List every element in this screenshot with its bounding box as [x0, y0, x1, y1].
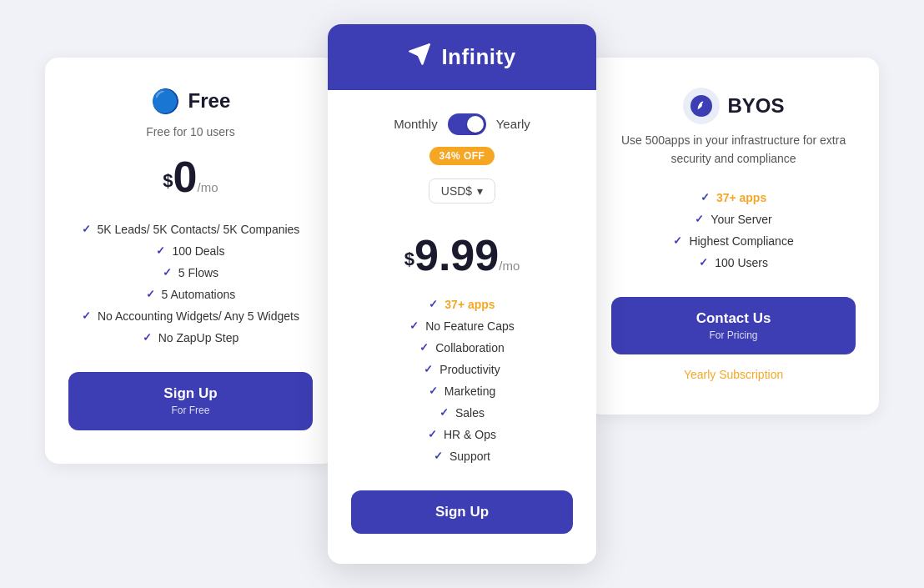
free-plan-name: Free [188, 89, 231, 113]
infinity-card: Infinity Monthly Yearly 34% OFF USD$ ▾ $… [328, 24, 596, 564]
check-icon: ✓ [429, 298, 438, 310]
infinity-header: Infinity [328, 24, 596, 90]
check-icon: ✓ [673, 234, 682, 247]
check-icon: ✓ [439, 406, 449, 419]
list-item: ✓100 Deals [68, 240, 313, 262]
list-item: ✓Highest Compliance [611, 230, 856, 252]
yearly-subscription-link[interactable]: Yearly Subscription [611, 368, 856, 381]
infinity-price-amount: 9.99 [414, 231, 499, 279]
free-dollar-sign: $ [163, 169, 173, 190]
free-card: 🔵 Free Free for 10 users $0/mo ✓5K Leads… [45, 58, 336, 464]
list-item: ✓Collaboration [351, 337, 573, 359]
check-icon: ✓ [429, 384, 438, 397]
yearly-label: Yearly [496, 117, 530, 131]
free-cta-sub: For Free [82, 405, 299, 416]
check-icon: ✓ [82, 309, 91, 322]
check-icon: ✓ [419, 341, 429, 354]
free-plan-icon-area: 🔵 Free [68, 88, 313, 115]
toggle-knob [467, 116, 484, 133]
byos-feature-list: ✓37+ apps ✓Your Server ✓Highest Complian… [611, 187, 856, 274]
free-price: $0/mo [68, 155, 313, 199]
check-icon: ✓ [424, 363, 433, 375]
list-item: ✓5 Automations [68, 284, 313, 305]
currency-area: USD$ ▾ [351, 178, 573, 220]
check-icon: ✓ [163, 266, 172, 279]
free-subtitle: Free for 10 users [68, 125, 313, 138]
billing-toggle[interactable] [448, 113, 486, 135]
check-icon: ✓ [701, 191, 710, 204]
list-item: ✓Support [351, 445, 573, 467]
infinity-feature-list: ✓37+ apps ✓No Feature Caps ✓Collaboratio… [351, 294, 573, 467]
list-item: ✓100 Users [611, 252, 856, 274]
free-signup-button[interactable]: Sign Up For Free [68, 372, 313, 430]
list-item: ✓Sales [351, 402, 573, 424]
byos-plan-icon-area: BYOS [611, 88, 856, 124]
infinity-dollar-sign: $ [404, 248, 414, 269]
list-item: ✓No Feature Caps [351, 315, 573, 337]
free-price-period: /mo [198, 180, 218, 194]
billing-toggle-row: Monthly Yearly [351, 113, 573, 135]
byos-contact-button[interactable]: Contact Us For Pricing [611, 297, 856, 355]
pricing-container: 🔵 Free Free for 10 users $0/mo ✓5K Leads… [45, 24, 879, 564]
list-item: ✓37+ apps [611, 187, 856, 209]
free-price-amount: 0 [173, 153, 198, 201]
check-icon: ✓ [409, 319, 419, 332]
check-icon: ✓ [146, 288, 155, 300]
list-item: ✓37+ apps [351, 294, 573, 315]
byos-cta-label: Contact Us [696, 310, 771, 326]
free-feature-list: ✓5K Leads/ 5K Contacts/ 5K Companies ✓10… [68, 219, 313, 349]
free-cta-label: Sign Up [163, 385, 217, 401]
svg-point-1 [701, 103, 704, 105]
check-icon: ✓ [434, 450, 443, 462]
infinity-body: Monthly Yearly 34% OFF USD$ ▾ $9.99/mo ✓… [328, 90, 596, 564]
list-item: ✓No Accounting Widgets/ Any 5 Widgets [68, 305, 313, 327]
check-icon: ✓ [82, 223, 91, 235]
list-item: ✓Productivity [351, 359, 573, 380]
check-icon: ✓ [143, 331, 152, 344]
discount-badge: 34% OFF [429, 147, 495, 165]
check-icon: ✓ [428, 428, 437, 440]
list-item: ✓5K Leads/ 5K Contacts/ 5K Companies [68, 219, 313, 240]
infinity-cta-label: Sign Up [435, 504, 489, 520]
infinity-price-period: /mo [499, 259, 520, 273]
list-item: ✓HR & Ops [351, 424, 573, 445]
discount-area: 34% OFF [351, 147, 573, 178]
byos-cta-sub: For Pricing [625, 329, 842, 341]
byos-description: Use 500apps in your infrastructure for e… [611, 131, 856, 168]
free-icon: 🔵 [151, 88, 180, 115]
monthly-label: Monthly [394, 117, 438, 131]
currency-selector[interactable]: USD$ ▾ [429, 178, 495, 204]
byos-card: BYOS Use 500apps in your infrastructure … [588, 58, 879, 415]
check-icon: ✓ [156, 244, 165, 257]
byos-plan-name: BYOS [728, 94, 785, 118]
list-item: ✓5 Flows [68, 262, 313, 284]
chevron-down-icon: ▾ [477, 184, 483, 198]
list-item: ✓Marketing [351, 380, 573, 402]
list-item: ✓No ZapUp Step [68, 327, 313, 349]
infinity-send-icon [408, 43, 431, 72]
list-item: ✓Your Server [611, 209, 856, 230]
infinity-plan-name: Infinity [441, 44, 515, 70]
byos-logo-icon [683, 88, 720, 124]
infinity-price-row: $9.99/mo [351, 234, 573, 277]
currency-value: USD$ [441, 184, 472, 198]
infinity-signup-button[interactable]: Sign Up [351, 490, 573, 534]
check-icon: ✓ [695, 213, 704, 225]
check-icon: ✓ [699, 256, 708, 269]
